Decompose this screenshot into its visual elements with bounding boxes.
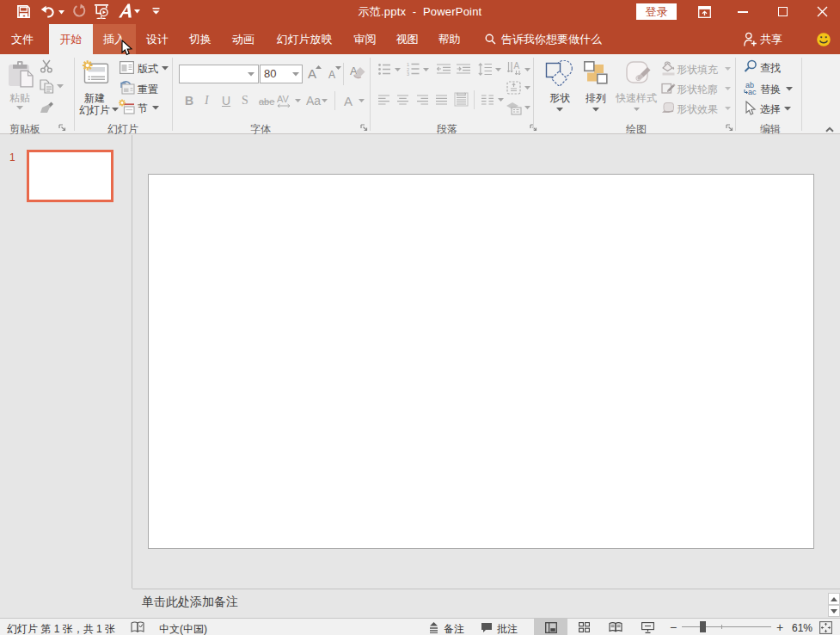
svg-text:AV: AV [277,94,290,104]
svg-text:A: A [514,61,520,71]
svg-text:ac: ac [748,88,757,96]
svg-text:3: 3 [407,71,409,76]
